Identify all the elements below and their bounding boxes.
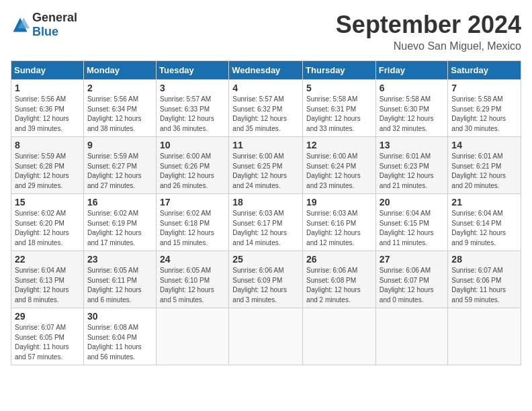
day-info: Sunrise: 5:58 AMSunset: 6:29 PMDaylight:… [451,95,517,134]
location: Nuevo San Miguel, Mexico [336,40,521,52]
day-info: Sunrise: 6:02 AMSunset: 6:20 PMDaylight:… [15,209,80,248]
cell-week4-day1: 23Sunrise: 6:05 AMSunset: 6:11 PMDayligh… [83,251,156,308]
col-saturday: Saturday [448,61,521,80]
day-number: 16 [87,197,152,208]
cell-week2-day1: 9Sunrise: 5:59 AMSunset: 6:27 PMDaylight… [83,137,156,194]
cell-week3-day0: 15Sunrise: 6:02 AMSunset: 6:20 PMDayligh… [11,194,84,251]
day-info: Sunrise: 5:56 AMSunset: 6:34 PMDaylight:… [87,95,152,134]
day-info: Sunrise: 6:07 AMSunset: 6:05 PMDaylight:… [15,323,80,362]
cell-week2-day6: 14Sunrise: 6:01 AMSunset: 6:21 PMDayligh… [448,137,521,194]
day-number: 27 [380,254,445,265]
day-number: 29 [15,311,80,322]
cell-week5-day4 [303,308,376,365]
week-row-5: 29Sunrise: 6:07 AMSunset: 6:05 PMDayligh… [11,308,521,365]
cell-week4-day3: 25Sunrise: 6:06 AMSunset: 6:09 PMDayligh… [229,251,303,308]
day-info: Sunrise: 5:56 AMSunset: 6:36 PMDaylight:… [15,95,80,134]
day-info: Sunrise: 6:05 AMSunset: 6:10 PMDaylight:… [160,266,225,305]
week-row-2: 8Sunrise: 5:59 AMSunset: 6:28 PMDaylight… [11,137,521,194]
day-info: Sunrise: 5:59 AMSunset: 6:28 PMDaylight:… [15,152,80,191]
day-number: 1 [15,83,80,93]
day-info: Sunrise: 6:04 AMSunset: 6:15 PMDaylight:… [380,209,445,248]
logo-icon [11,15,30,34]
cell-week1-day3: 4Sunrise: 5:57 AMSunset: 6:32 PMDaylight… [229,80,303,137]
day-number: 25 [232,254,299,265]
calendar-table: Sunday Monday Tuesday Wednesday Thursday… [11,60,521,365]
cell-week3-day1: 16Sunrise: 6:02 AMSunset: 6:19 PMDayligh… [83,194,156,251]
day-number: 26 [306,254,372,265]
day-number: 9 [87,140,152,150]
day-number: 15 [15,197,80,208]
day-info: Sunrise: 6:04 AMSunset: 6:13 PMDaylight:… [15,266,80,305]
day-info: Sunrise: 6:02 AMSunset: 6:18 PMDaylight:… [160,209,225,248]
day-number: 6 [380,83,445,93]
cell-week3-day6: 21Sunrise: 6:04 AMSunset: 6:14 PMDayligh… [448,194,521,251]
day-info: Sunrise: 5:58 AMSunset: 6:31 PMDaylight:… [306,95,372,134]
cell-week1-day2: 3Sunrise: 5:57 AMSunset: 6:33 PMDaylight… [157,80,229,137]
day-info: Sunrise: 6:01 AMSunset: 6:21 PMDaylight:… [451,152,517,191]
day-number: 5 [306,83,372,93]
col-wednesday: Wednesday [229,61,303,80]
day-number: 23 [87,254,152,265]
cell-week5-day2 [157,308,229,365]
col-monday: Monday [83,61,156,80]
page-header: General Blue September 2024 Nuevo San Mi… [11,11,521,52]
title-block: September 2024 Nuevo San Miguel, Mexico [336,11,521,52]
day-info: Sunrise: 6:06 AMSunset: 6:08 PMDaylight:… [306,266,372,305]
day-info: Sunrise: 5:59 AMSunset: 6:27 PMDaylight:… [87,152,152,191]
cell-week3-day2: 17Sunrise: 6:02 AMSunset: 6:18 PMDayligh… [157,194,229,251]
day-number: 7 [451,83,517,93]
day-number: 8 [15,140,80,150]
day-info: Sunrise: 5:58 AMSunset: 6:30 PMDaylight:… [380,95,445,134]
day-info: Sunrise: 6:02 AMSunset: 6:19 PMDaylight:… [87,209,152,248]
day-number: 19 [306,197,372,208]
cell-week5-day5 [375,308,448,365]
day-number: 14 [451,140,517,150]
cell-week1-day5: 6Sunrise: 5:58 AMSunset: 6:30 PMDaylight… [375,80,448,137]
logo-blue: Blue [32,25,58,38]
cell-week2-day0: 8Sunrise: 5:59 AMSunset: 6:28 PMDaylight… [11,137,84,194]
month-title: September 2024 [336,11,521,39]
day-number: 10 [160,140,225,150]
col-tuesday: Tuesday [157,61,229,80]
day-info: Sunrise: 5:57 AMSunset: 6:33 PMDaylight:… [160,95,225,134]
day-number: 13 [380,140,445,150]
week-row-4: 22Sunrise: 6:04 AMSunset: 6:13 PMDayligh… [11,251,521,308]
cell-week4-day6: 28Sunrise: 6:07 AMSunset: 6:06 PMDayligh… [448,251,521,308]
cell-week2-day4: 12Sunrise: 6:00 AMSunset: 6:24 PMDayligh… [303,137,376,194]
day-info: Sunrise: 6:08 AMSunset: 6:04 PMDaylight:… [87,323,152,362]
day-info: Sunrise: 6:00 AMSunset: 6:24 PMDaylight:… [306,152,372,191]
day-info: Sunrise: 6:03 AMSunset: 6:17 PMDaylight:… [232,209,299,248]
day-number: 28 [451,254,517,265]
week-row-1: 1Sunrise: 5:56 AMSunset: 6:36 PMDaylight… [11,80,521,137]
day-info: Sunrise: 5:57 AMSunset: 6:32 PMDaylight:… [232,95,299,134]
cell-week3-day3: 18Sunrise: 6:03 AMSunset: 6:17 PMDayligh… [229,194,303,251]
col-friday: Friday [375,61,448,80]
cell-week4-day0: 22Sunrise: 6:04 AMSunset: 6:13 PMDayligh… [11,251,84,308]
cell-week2-day5: 13Sunrise: 6:01 AMSunset: 6:23 PMDayligh… [375,137,448,194]
cell-week5-day6 [448,308,521,365]
logo-general: General [32,11,77,24]
day-number: 17 [160,197,225,208]
day-number: 24 [160,254,225,265]
day-number: 12 [306,140,372,150]
cell-week1-day0: 1Sunrise: 5:56 AMSunset: 6:36 PMDaylight… [11,80,84,137]
cell-week4-day2: 24Sunrise: 6:05 AMSunset: 6:10 PMDayligh… [157,251,229,308]
day-number: 2 [87,83,152,93]
cell-week1-day6: 7Sunrise: 5:58 AMSunset: 6:29 PMDaylight… [448,80,521,137]
week-row-3: 15Sunrise: 6:02 AMSunset: 6:20 PMDayligh… [11,194,521,251]
day-info: Sunrise: 6:00 AMSunset: 6:25 PMDaylight:… [232,152,299,191]
day-number: 18 [232,197,299,208]
cell-week1-day4: 5Sunrise: 5:58 AMSunset: 6:31 PMDaylight… [303,80,376,137]
day-info: Sunrise: 6:05 AMSunset: 6:11 PMDaylight:… [87,266,152,305]
day-number: 11 [232,140,299,150]
day-info: Sunrise: 6:06 AMSunset: 6:07 PMDaylight:… [380,266,445,305]
col-thursday: Thursday [303,61,376,80]
day-number: 21 [451,197,517,208]
cell-week5-day3 [229,308,303,365]
cell-week2-day3: 11Sunrise: 6:00 AMSunset: 6:25 PMDayligh… [229,137,303,194]
cell-week4-day5: 27Sunrise: 6:06 AMSunset: 6:07 PMDayligh… [375,251,448,308]
day-number: 3 [160,83,225,93]
day-info: Sunrise: 6:00 AMSunset: 6:26 PMDaylight:… [160,152,225,191]
calendar-header-row: Sunday Monday Tuesday Wednesday Thursday… [11,61,521,80]
cell-week5-day1: 30Sunrise: 6:08 AMSunset: 6:04 PMDayligh… [83,308,156,365]
